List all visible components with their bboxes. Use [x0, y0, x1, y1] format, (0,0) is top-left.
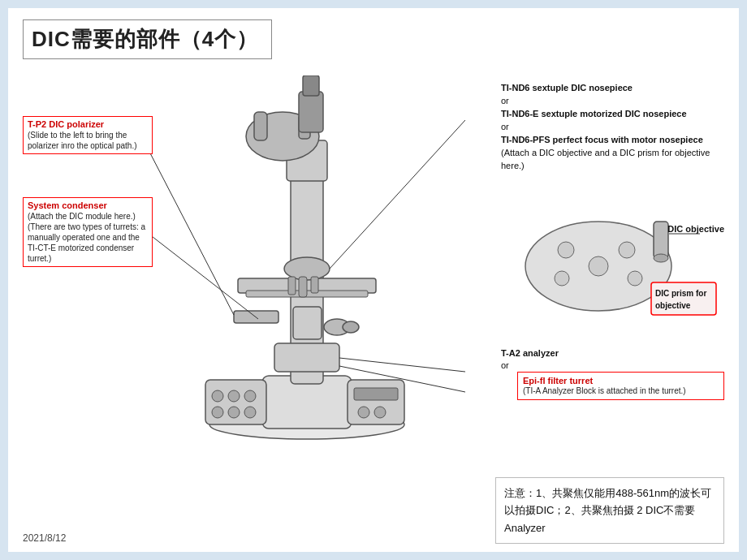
svg-point-23 [244, 390, 256, 402]
svg-rect-12 [299, 277, 307, 297]
svg-rect-17 [274, 343, 339, 372]
note-box: 注意：1、共聚焦仅能用488-561nm的波长可以拍摄DIC；2、共聚焦拍摄 2… [495, 477, 724, 544]
nosepiece-label: TI-ND6 sextuple DIC nosepiece or TI-ND6-… [501, 82, 724, 173]
tp2-title: T-P2 DIC polarizer [28, 119, 148, 129]
svg-rect-7 [254, 112, 267, 140]
svg-point-40 [628, 271, 642, 286]
svg-text:DIC prism for: DIC prism for [655, 289, 706, 298]
svg-point-37 [589, 256, 608, 276]
epi-fl-desc: (TI-A Analyzer Block is attached in the … [523, 386, 719, 396]
svg-rect-45 [651, 282, 716, 315]
epi-fl-title: Epi-fl filter turret [523, 376, 719, 386]
nosepiece-or2: or [501, 121, 724, 134]
svg-rect-9 [299, 92, 323, 132]
tp2-label-box: T-P2 DIC polarizer (Slide to the left to… [23, 116, 153, 154]
svg-rect-28 [354, 388, 398, 400]
nosepiece-line3: TI-ND6-PFS perfect focus with motor nose… [501, 134, 724, 147]
date-label: 2021/8/12 [23, 532, 66, 544]
svg-rect-10 [303, 75, 319, 96]
svg-point-22 [228, 390, 240, 402]
nosepiece-line1: TI-ND6 sextuple DIC nosepiece [501, 82, 724, 95]
analyzer-text: T-A2 analyzer [501, 347, 724, 360]
svg-point-25 [228, 407, 240, 418]
analyzer-label: T-A2 analyzer or [501, 347, 724, 373]
note-text: 注意：1、共聚焦仅能用488-561nm的波长可以拍摄DIC；2、共聚焦拍摄 2… [504, 485, 715, 536]
tp2-desc: (Slide to the left to bring the polarize… [28, 130, 148, 151]
condenser-label-box: System condenser (Attach the DIC module … [23, 197, 153, 267]
svg-rect-15 [293, 307, 322, 339]
title-box: DIC需要的部件（4个） [23, 19, 272, 59]
epi-fl-box: Epi-fl filter turret (TI-A Analyzer Bloc… [517, 372, 724, 400]
svg-line-32 [149, 234, 258, 319]
dic-objective-area: DIC prism for objective DIC objective [501, 218, 724, 323]
white-area: DIC需要的部件（4个） T-P2 DIC polarizer (Slide t… [8, 8, 739, 552]
svg-point-21 [212, 390, 223, 402]
microscope-svg [149, 75, 465, 441]
slide-container: DIC需要的部件（4个） T-P2 DIC polarizer (Slide t… [0, 0, 747, 560]
svg-rect-13 [288, 277, 296, 295]
slide-title: DIC需要的部件（4个） [32, 27, 258, 51]
svg-text:objective: objective [655, 301, 691, 310]
svg-point-29 [358, 407, 369, 418]
svg-point-43 [654, 254, 668, 262]
svg-point-19 [343, 321, 359, 333]
svg-point-41 [555, 271, 569, 286]
analyzer-or: or [501, 360, 724, 372]
condenser-title: System condenser [28, 200, 148, 210]
svg-point-26 [244, 407, 256, 418]
nosepiece-or1: or [501, 95, 724, 108]
microscope-diagram-area [149, 75, 465, 433]
svg-rect-14 [311, 277, 318, 293]
dic-objective-label: DIC objective [667, 224, 724, 234]
svg-point-38 [558, 242, 574, 258]
svg-point-30 [374, 407, 386, 418]
nosepiece-desc: (Attach a DIC objective and a DIC prism … [501, 147, 724, 173]
svg-line-33 [330, 120, 465, 269]
svg-point-24 [212, 407, 223, 418]
svg-rect-42 [654, 222, 668, 258]
svg-rect-27 [348, 380, 404, 424]
nosepiece-line2: TI-ND6-E sextuple motorized DIC nosepiec… [501, 108, 724, 121]
svg-point-39 [619, 242, 635, 258]
condenser-desc: (Attach the DIC module here.) (There are… [28, 211, 148, 264]
